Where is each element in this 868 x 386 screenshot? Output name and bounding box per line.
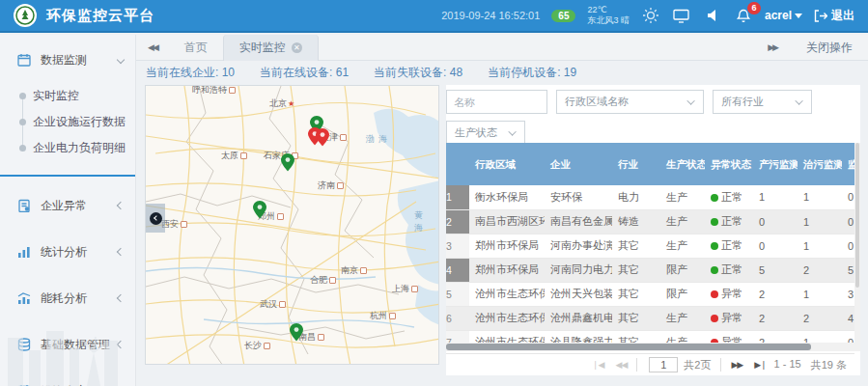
table-row[interactable]: 3 郑州市环保局 河南办事处演示 其它 生产 正常 0 1 0 <box>446 234 854 258</box>
chevron-down-icon <box>508 127 516 135</box>
map-city-label: 太原 <box>221 150 247 162</box>
status-dot-green <box>711 266 718 274</box>
tab-home[interactable]: 首页 <box>169 35 223 61</box>
logout-button[interactable]: 退出 <box>814 8 854 24</box>
map-city-label: 合肥 <box>310 274 336 287</box>
status-dot-green <box>711 218 718 226</box>
map-city-label: 武汉 <box>260 298 286 311</box>
close-operations-menu[interactable]: 关闭操作 <box>806 40 853 56</box>
col-abnormal-status[interactable]: 异常状态 <box>705 143 753 185</box>
row-number: 6 <box>446 306 469 330</box>
cell-v1: 5 <box>753 258 798 282</box>
sidebar-item-label: 数据监测 <box>41 52 87 69</box>
scrollbar-thumb[interactable] <box>446 344 811 350</box>
tab-close-icon[interactable]: ✕ <box>292 42 302 53</box>
map-pin-green[interactable] <box>253 201 266 219</box>
tabs-scroll-left-icon[interactable]: ◀◀ <box>136 42 169 52</box>
cell-region: 南昌市西湖区环保 <box>469 209 545 234</box>
tab-realtime-monitoring[interactable]: 实时监控 ✕ <box>223 35 319 61</box>
sidebar-subitem-power-load-detail[interactable]: 企业电力负荷明细 <box>0 135 135 161</box>
first-page-icon[interactable]: ❘◀ <box>586 360 609 370</box>
table-row[interactable]: 1 衡水环保局 安环保 电力 生产 正常 1 1 0 <box>446 185 854 209</box>
cell-v3: 0 <box>842 330 854 343</box>
status-dot-green <box>711 194 718 202</box>
tabs-scroll-right-icon[interactable]: ▶▶ <box>756 42 789 52</box>
col-treatment-points[interactable]: 治污监测点数量 <box>798 143 842 185</box>
chevron-left-icon <box>154 215 159 221</box>
map-pin-green[interactable] <box>281 153 294 172</box>
table-row[interactable]: 7 沧州市生态环保局 沧县隆鑫强力加工 其它 生产 异常 2 1 0 <box>446 330 854 343</box>
col-region[interactable]: 行政区域 <box>469 143 545 185</box>
username: acrel <box>765 9 792 22</box>
map-city-label: 上海 <box>392 283 418 295</box>
page-title: 环保监控云平台 <box>46 7 154 25</box>
cell-region: 郑州市环保局 <box>469 234 545 258</box>
bullet-icon <box>19 93 26 99</box>
cell-prod-status: 生产 <box>660 330 705 343</box>
chevron-down-icon <box>795 14 802 18</box>
chevron-left-icon <box>117 248 125 256</box>
horizontal-scrollbar[interactable] <box>446 343 854 351</box>
chevron-left-icon <box>117 202 125 209</box>
table-row[interactable]: 4 郑州市环保局 河南同力电力设计 其它 限产 正常 5 2 5 <box>446 258 854 282</box>
industry-select-value: 所有行业 <box>721 95 764 109</box>
notifications-bell-icon[interactable]: 6 <box>734 6 753 25</box>
vertical-scrollbar[interactable] <box>854 143 860 351</box>
map-city-label: 南京 <box>341 264 367 277</box>
row-number: 3 <box>446 234 469 258</box>
monitor-icon[interactable] <box>672 6 691 25</box>
calendar-icon <box>17 53 31 67</box>
name-search-input[interactable] <box>446 90 547 114</box>
enterprise-list-panel: 行政区域名称 所有行业 生产状态 <box>446 85 860 375</box>
cell-v2: 2 <box>798 258 842 282</box>
sidebar-item-enterprise-abnormal[interactable]: 企业异常 <box>0 188 135 223</box>
sun-weather-icon <box>641 6 660 25</box>
cell-prod-status: 生产 <box>660 185 705 209</box>
table-row[interactable]: 5 沧州市生态环保局 沧州天兴包装制品 其它 限产 异常 2 1 3 <box>446 282 854 306</box>
sidebar-item-data-monitoring[interactable]: 数据监测 <box>0 42 135 77</box>
row-number: 5 <box>446 282 469 306</box>
next-page-icon[interactable]: ▶▶ <box>725 360 748 370</box>
region-select[interactable]: 行政区域名称 <box>556 90 704 114</box>
user-menu[interactable]: acrel <box>765 9 802 22</box>
last-page-icon[interactable]: ▶❘ <box>748 360 771 370</box>
chevron-down-icon <box>117 56 125 64</box>
cell-v1: 0 <box>753 234 798 258</box>
record-range-label: 1 - 15 <box>774 358 801 372</box>
map-collapse-button[interactable] <box>146 204 165 233</box>
col-pollution-points[interactable]: 产污监测点数量 <box>753 143 798 185</box>
map-pin-red[interactable] <box>316 128 329 147</box>
sidebar-item-statistics-analysis[interactable]: 统计分析 <box>0 234 135 269</box>
prev-page-icon[interactable]: ◀◀ <box>609 360 632 370</box>
subitem-label: 企业设施运行数据 <box>33 114 126 130</box>
scrollbar-thumb[interactable] <box>855 143 859 288</box>
cell-v1: 1 <box>753 185 798 209</box>
cell-region: 沧州市生态环保局 <box>469 306 545 330</box>
col-company[interactable]: 企业 <box>545 143 612 185</box>
divider <box>636 358 637 372</box>
row-number: 2 <box>446 209 469 234</box>
cell-company: 沧州天兴包装制品 <box>545 282 612 306</box>
table-row[interactable]: 2 南昌市西湖区环保 南昌有色金属有限 铸造 生产 正常 0 1 0 <box>446 209 854 234</box>
sidebar-subitem-realtime-monitoring[interactable]: 实时监控 <box>0 83 135 109</box>
sidebar-subitem-facility-data[interactable]: 企业设施运行数据 <box>0 109 135 135</box>
cell-abnormal-status: 异常 <box>705 282 753 306</box>
cell-company: 安环保 <box>545 185 612 209</box>
production-status-select[interactable]: 生产状态 <box>446 121 525 145</box>
col-prod-status[interactable]: 生产状态 <box>660 143 705 185</box>
cell-industry: 其它 <box>612 258 660 282</box>
table-row[interactable]: 6 沧州市生态环保局 沧州鼎鑫机电设备 其它 生产 异常 2 2 4 <box>446 306 854 330</box>
map-panel[interactable]: 呼和浩特 北京 天津 渤海 太原 石家庄 济南 黄海 西安 郑州 合肥 南京 上… <box>145 85 439 365</box>
map-pin-green[interactable] <box>290 323 303 342</box>
map-city-label: 济南 <box>318 179 344 192</box>
col-industry[interactable]: 行业 <box>612 143 660 185</box>
page-number-input[interactable] <box>649 357 678 372</box>
notification-count-badge[interactable]: 6 <box>747 2 761 14</box>
cell-prod-status: 限产 <box>660 258 705 282</box>
col-running-points[interactable]: 监测点运行 <box>842 143 854 185</box>
temperature: 22℃ <box>587 5 606 14</box>
speaker-mute-icon[interactable] <box>703 6 722 25</box>
industry-select[interactable]: 所有行业 <box>713 90 812 114</box>
cell-industry: 其它 <box>612 306 660 330</box>
total-pages-label: 共2页 <box>684 358 711 372</box>
